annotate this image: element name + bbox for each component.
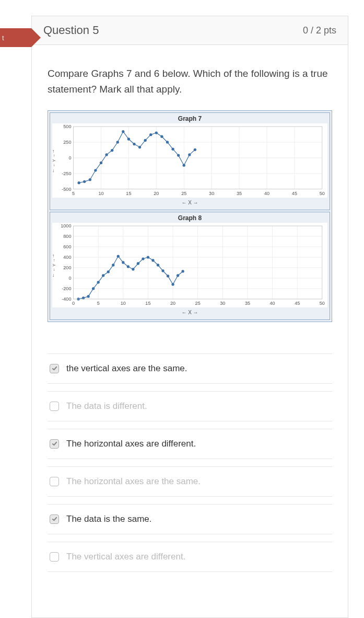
question-points: 0 / 2 pts <box>303 25 336 36</box>
question-prompt: Compare Graphs 7 and 6 below. Which of t… <box>48 66 332 98</box>
checkbox[interactable] <box>50 477 59 486</box>
svg-text:1000: 1000 <box>61 223 71 228</box>
svg-point-49 <box>177 154 180 156</box>
svg-text:0: 0 <box>68 276 71 281</box>
svg-text:600: 600 <box>63 244 71 249</box>
svg-text:45: 45 <box>292 191 297 196</box>
answer-label: The data is different. <box>66 401 147 411</box>
svg-text:-200: -200 <box>62 286 71 291</box>
svg-point-31 <box>78 181 80 184</box>
y-axis-label: ↑ ← Y → ↓ <box>52 149 56 173</box>
answer-option[interactable]: The data is the same. <box>48 504 332 534</box>
svg-text:40: 40 <box>270 301 275 306</box>
answer-option[interactable]: The data is different. <box>48 391 332 421</box>
svg-point-51 <box>188 153 191 156</box>
svg-text:0: 0 <box>68 155 71 161</box>
chart-title: Graph 7 <box>52 115 327 122</box>
svg-point-102 <box>122 261 124 264</box>
svg-text:500: 500 <box>63 124 71 129</box>
answer-label: the vertical axes are the same. <box>66 363 187 374</box>
chart-title: Graph 8 <box>52 214 327 222</box>
svg-text:-500: -500 <box>62 186 71 191</box>
chart-7-plot: -500-25002505005101520253035404550 <box>52 123 327 198</box>
svg-point-32 <box>83 180 86 182</box>
svg-point-48 <box>171 147 174 150</box>
x-axis-label: ← X → <box>52 310 327 315</box>
svg-text:50: 50 <box>320 191 325 196</box>
chart-8-plot: -400-20002004006008001000051015202530354… <box>52 223 327 307</box>
svg-point-95 <box>87 295 89 297</box>
chart-8: Graph 8 ↑ ← Y → ↓ -400-20002004006008001… <box>50 212 330 320</box>
svg-point-47 <box>166 141 169 143</box>
svg-point-99 <box>107 270 110 273</box>
svg-point-42 <box>138 146 141 148</box>
svg-point-46 <box>160 135 163 138</box>
svg-text:10: 10 <box>121 301 126 306</box>
svg-text:250: 250 <box>63 140 71 145</box>
svg-point-37 <box>111 149 113 152</box>
svg-point-113 <box>177 274 179 277</box>
svg-point-106 <box>142 257 144 260</box>
svg-point-104 <box>132 268 134 270</box>
answer-label: The vertical axes are different. <box>66 552 185 562</box>
flag-text: t <box>2 34 4 42</box>
svg-text:45: 45 <box>295 301 300 306</box>
svg-text:20: 20 <box>170 301 175 306</box>
svg-point-33 <box>89 178 91 181</box>
answer-label: The horizontal axes are the same. <box>66 476 201 487</box>
svg-text:15: 15 <box>145 301 150 306</box>
y-axis-label: ↑ ← Y → ↓ <box>52 254 56 278</box>
svg-text:800: 800 <box>63 234 71 239</box>
svg-text:0: 0 <box>72 301 75 306</box>
svg-point-34 <box>94 169 97 171</box>
svg-point-98 <box>102 274 104 277</box>
svg-text:15: 15 <box>126 191 131 196</box>
answer-option[interactable]: The vertical axes are different. <box>48 542 332 572</box>
svg-point-52 <box>194 148 196 151</box>
svg-point-107 <box>147 256 149 258</box>
svg-point-40 <box>127 138 130 140</box>
answer-option[interactable]: The horizontal axes are different. <box>48 429 332 459</box>
svg-text:25: 25 <box>195 301 201 306</box>
check-icon <box>52 441 57 447</box>
svg-point-36 <box>105 153 108 156</box>
svg-point-108 <box>151 259 154 261</box>
checkbox[interactable] <box>50 439 59 449</box>
question-card: Question 5 0 / 2 pts Compare Graphs 7 an… <box>31 16 348 618</box>
check-icon <box>52 516 57 522</box>
checkbox[interactable] <box>50 514 59 524</box>
chart-7: Graph 7 ↑ ← Y → ↓ -500-25002505005101520… <box>50 112 330 210</box>
svg-point-44 <box>149 133 152 136</box>
status-flag: t <box>0 28 31 47</box>
svg-text:400: 400 <box>63 255 71 260</box>
answer-option[interactable]: the vertical axes are the same. <box>48 353 332 384</box>
answer-option[interactable]: The horizontal axes are the same. <box>48 466 332 497</box>
question-number: Question 5 <box>43 24 99 37</box>
check-icon <box>52 365 57 371</box>
svg-point-105 <box>137 262 139 265</box>
svg-point-43 <box>144 139 147 142</box>
charts-container: Graph 7 ↑ ← Y → ↓ -500-25002505005101520… <box>48 110 332 322</box>
svg-text:200: 200 <box>63 265 71 270</box>
svg-point-100 <box>112 264 114 266</box>
svg-point-35 <box>100 162 102 164</box>
svg-point-111 <box>167 274 169 277</box>
svg-text:30: 30 <box>220 301 225 306</box>
answer-label: The data is the same. <box>66 514 151 524</box>
answer-list: the vertical axes are the same.The data … <box>48 353 332 572</box>
svg-point-114 <box>181 270 184 272</box>
svg-text:5: 5 <box>97 301 100 306</box>
svg-text:50: 50 <box>320 301 325 306</box>
svg-point-38 <box>116 141 119 143</box>
svg-point-109 <box>157 264 159 266</box>
svg-point-39 <box>122 130 124 133</box>
answer-label: The horizontal axes are different. <box>66 439 196 449</box>
question-header: Question 5 0 / 2 pts <box>32 16 348 45</box>
svg-text:-400: -400 <box>62 296 71 302</box>
svg-text:-250: -250 <box>62 171 71 176</box>
checkbox[interactable] <box>50 402 59 411</box>
svg-text:5: 5 <box>72 191 75 196</box>
x-axis-label: ← X → <box>52 200 327 205</box>
checkbox[interactable] <box>50 364 59 373</box>
checkbox[interactable] <box>50 552 59 562</box>
